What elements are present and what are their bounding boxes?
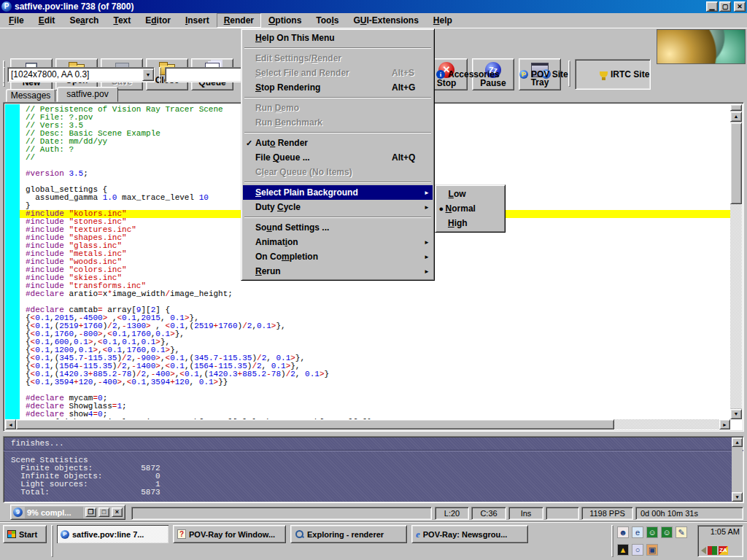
render-menu-item-file-queue[interactable]: File Queue ...Alt+Q	[243, 150, 433, 165]
render-menu-item-help-on-this-menu[interactable]: Help On This Menu	[243, 31, 433, 45]
menu-file[interactable]: File	[1, 13, 31, 28]
editor-vertical-scrollbar[interactable]: ▲ ▼	[730, 104, 742, 419]
menu-gui-extensions[interactable]: GUI-Extensions	[346, 13, 425, 28]
accessories-link[interactable]: i Accessories	[436, 69, 500, 79]
irtc-site-link[interactable]: IRTC Site	[600, 69, 649, 79]
chevron-down-icon[interactable]: ▼	[142, 69, 154, 81]
scroll-left-icon[interactable]: ◄	[5, 419, 16, 429]
tab-messages[interactable]: Messages	[6, 89, 55, 102]
window-title: satfive.pov:line 738 (of 7800)	[15, 1, 705, 12]
close-render-icon[interactable]: ×	[112, 508, 123, 517]
menu-separator	[244, 132, 431, 133]
desktop-icon[interactable]: ☻	[617, 526, 629, 538]
task-pov-ray-for-window[interactable]: ?POV-Ray for Window...	[173, 525, 286, 543]
volume-icon[interactable]	[701, 547, 706, 554]
green-app-icon-2[interactable]: ☺	[661, 526, 673, 538]
task-pov-ray-newsgrou[interactable]: ePOV-Ray: Newsgrou...	[411, 525, 528, 543]
restore-icon[interactable]: ❐	[85, 508, 96, 517]
start-label: Start	[19, 530, 37, 539]
maximize-button[interactable]: ▢	[719, 1, 731, 12]
render-preset-combobox[interactable]: [1024x7800, AA 0.3] ▼	[7, 67, 155, 82]
toolbar2-grip[interactable]	[3, 67, 5, 83]
help-file-icon: ?	[177, 529, 186, 539]
render-menu-item-select-file-and-render[interactable]: Select File and RenderAlt+S	[243, 66, 433, 80]
menu-separator	[244, 47, 431, 49]
render-window-icon: 9	[13, 508, 23, 517]
maximize-icon[interactable]: □	[98, 508, 109, 517]
minimize-button[interactable]: ▁	[706, 1, 718, 12]
app-icon[interactable]: P	[1, 1, 12, 12]
scroll-up-icon[interactable]: ▲	[730, 112, 742, 122]
render-menu-item-stop-rendering[interactable]: Stop RenderingAlt+G	[243, 80, 433, 95]
zonealarm-icon[interactable]: ZA	[719, 546, 728, 555]
tab-satfive-pov[interactable]: satfive.pov	[57, 87, 118, 102]
windows-logo-icon	[7, 530, 16, 538]
irtc-site-label: IRTC Site	[611, 69, 649, 79]
render-menu-item-run-benchmark[interactable]: Run Benchmark	[243, 115, 433, 130]
submenu-arrow-icon: ►	[424, 268, 433, 275]
render-menu-item-animation[interactable]: Animation►	[243, 235, 433, 249]
explorer-magnifier-icon	[295, 529, 304, 539]
green-app-icon-1[interactable]: ☺	[646, 526, 658, 538]
scroll-right-icon[interactable]: ►	[719, 419, 730, 429]
render-menu-item-sound-settings[interactable]: Sound Settings ...	[243, 220, 433, 235]
tray-status-icon[interactable]	[708, 546, 717, 555]
toolbar2-separator	[159, 67, 161, 83]
menu-search[interactable]: Search	[62, 13, 106, 28]
menu-bar: FileEditSearchTextEditorInsertRenderOpti…	[0, 13, 747, 28]
clock: 1:05 AM	[701, 527, 740, 536]
menu-text[interactable]: Text	[106, 13, 138, 28]
render-menu-item-clear-queue-no-items[interactable]: Clear Queue (No Items)	[243, 165, 433, 179]
editor-horizontal-scrollbar[interactable]: ◄ ►	[5, 419, 730, 429]
task-satfive-pov-line-7[interactable]: Psatfive.pov:line 7...	[57, 525, 169, 543]
render-menu-item-auto-render[interactable]: ✓Auto Render	[243, 136, 433, 150]
render-menu-item-rerun[interactable]: Rerun►	[243, 264, 433, 279]
vertical-scroll-track[interactable]	[730, 204, 742, 408]
minimized-render-window[interactable]: 9 9% compl... ❐ □ ×	[10, 505, 125, 520]
render-menu-item-run-demo[interactable]: Run Demo	[243, 101, 433, 115]
splitter-box[interactable]	[730, 104, 742, 111]
code-line: #declare Showglass=1;	[20, 402, 730, 411]
message-scroll-up-icon[interactable]: ▲	[732, 438, 743, 447]
notes-icon[interactable]: ✎	[676, 526, 687, 538]
task-exploring-renderer[interactable]: Exploring - renderer	[290, 525, 407, 543]
taskbar-divider	[51, 525, 53, 557]
bat-app-icon[interactable]: ▲	[617, 544, 629, 556]
render-menu-item-select-plain-background[interactable]: Select Plain Background►	[243, 185, 433, 200]
background-option-low[interactable]: Low	[437, 187, 503, 201]
close-button[interactable]: ✕	[734, 1, 746, 12]
internet-explorer-icon: e	[416, 529, 420, 539]
scene-statistics: Scene Statistics Finite objects: 5872 In…	[4, 451, 743, 497]
accessories-label: Accessories	[448, 69, 500, 79]
background-option-high[interactable]: High	[437, 216, 503, 230]
menu-options[interactable]: Options	[261, 13, 309, 28]
background-option-normal[interactable]: ●Normal	[437, 201, 503, 216]
internet-explorer-icon[interactable]: e	[632, 526, 643, 538]
system-tray: 1:05 AM ZA	[697, 525, 743, 557]
sample-render-image[interactable]	[657, 29, 746, 64]
menu-tools[interactable]: Tools	[309, 13, 346, 28]
vertical-scroll-thumb[interactable]	[730, 122, 742, 204]
render-menu-item-edit-settings-render[interactable]: Edit Settings/Render	[243, 51, 433, 66]
network-icon[interactable]: ▣	[646, 544, 658, 556]
start-button[interactable]: Start	[3, 525, 47, 543]
search-icon[interactable]: ○	[632, 544, 643, 556]
code-line: {<0.1,3594+120,-400>,<0.1,3594+120, 0.1>…	[20, 378, 730, 386]
check-icon: ✓	[243, 139, 255, 148]
message-scroll-down-icon[interactable]: ▼	[732, 492, 743, 502]
menu-help[interactable]: Help	[426, 13, 460, 28]
horizontal-scroll-track[interactable]	[614, 419, 719, 429]
menu-insert[interactable]: Insert	[178, 13, 217, 28]
menu-render[interactable]: Render	[217, 13, 261, 28]
render-menu-item-duty-cycle[interactable]: Duty Cycle►	[243, 200, 433, 214]
scroll-down-icon[interactable]: ▼	[730, 409, 742, 419]
command-line-field[interactable]	[165, 67, 242, 82]
pov-site-link[interactable]: P POV Site	[519, 69, 568, 79]
horizontal-scroll-thumb[interactable]	[16, 419, 614, 429]
task-label: satfive.pov:line 7...	[72, 530, 144, 539]
menu-editor[interactable]: Editor	[138, 13, 178, 28]
render-menu-item-on-completion[interactable]: On Completion►	[243, 249, 433, 264]
status-message-panel	[131, 507, 432, 520]
menu-edit[interactable]: Edit	[31, 13, 63, 28]
message-scrollbar[interactable]: ▲ ▼	[732, 438, 743, 502]
